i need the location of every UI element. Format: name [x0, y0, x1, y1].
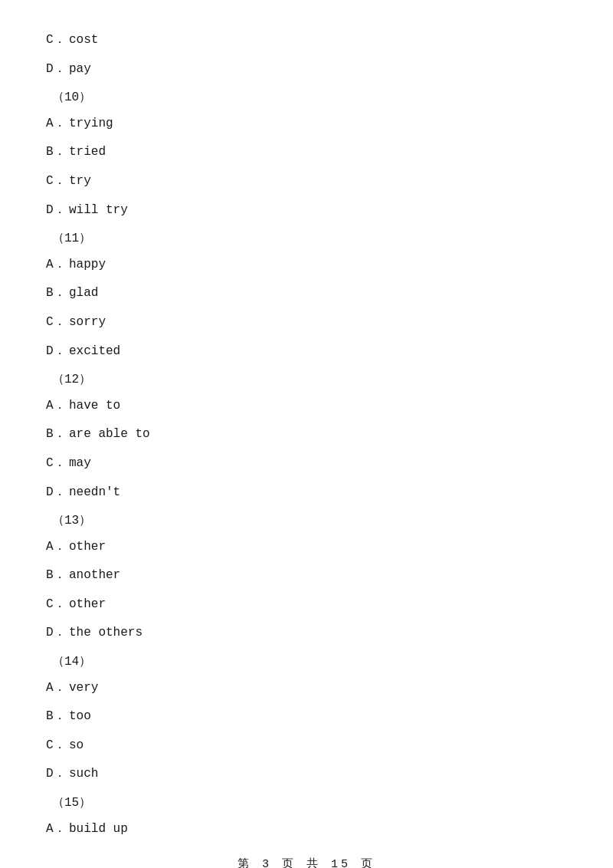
option-a-14: A． very [46, 679, 567, 699]
option-text: will try [69, 201, 128, 221]
option-b-13: B． another [46, 566, 567, 586]
option-text: have to [69, 396, 120, 416]
page-content: C． cost D． pay （10） A． trying B． tried C… [0, 0, 613, 868]
question-number: （12） [52, 370, 91, 390]
option-d-12: D． needn't [46, 483, 567, 503]
option-b-12: B． are able to [46, 425, 567, 445]
option-label: D． [46, 60, 69, 80]
footer-text: 第 3 页 共 15 页 [238, 858, 375, 868]
question-number: （10） [52, 88, 91, 108]
option-c-9: C． cost [46, 31, 567, 51]
question-number: （13） [52, 511, 91, 531]
option-text: pay [69, 60, 91, 80]
option-text: needn't [69, 483, 120, 503]
option-a-13: A． other [46, 538, 567, 557]
option-text: so [69, 736, 84, 756]
option-label: B． [46, 707, 69, 727]
option-text: build up [69, 820, 128, 840]
option-text: cost [69, 31, 98, 51]
option-label: B． [46, 143, 69, 163]
page-footer: 第 3 页 共 15 页 [0, 856, 613, 868]
option-c-13: C． other [46, 595, 567, 615]
option-c-14: C． so [46, 736, 567, 756]
option-label: C． [46, 736, 69, 756]
option-b-14: B． too [46, 707, 567, 727]
option-label: B． [46, 284, 69, 304]
option-text: try [69, 172, 91, 192]
option-d-11: D． excited [46, 342, 567, 362]
option-label: A． [46, 679, 69, 699]
option-label: A． [46, 255, 69, 275]
option-a-11: A． happy [46, 255, 567, 275]
option-text: the others [69, 623, 143, 643]
option-label: B． [46, 425, 69, 445]
option-text: tried [69, 143, 106, 163]
question-12-num: （12） [46, 370, 567, 390]
option-text: happy [69, 255, 106, 275]
option-text: are able to [69, 425, 150, 445]
option-label: A． [46, 820, 69, 840]
option-text: other [69, 538, 106, 557]
option-text: other [69, 595, 106, 615]
option-text: such [69, 764, 98, 784]
option-d-14: D． such [46, 764, 567, 784]
option-label: D． [46, 764, 69, 784]
option-label: C． [46, 172, 69, 192]
option-a-15: A． build up [46, 820, 567, 840]
option-c-12: C． may [46, 454, 567, 474]
option-b-11: B． glad [46, 284, 567, 304]
option-label: C． [46, 595, 69, 615]
option-d-9: D． pay [46, 60, 567, 80]
option-text: sorry [69, 313, 106, 333]
option-d-13: D． the others [46, 623, 567, 643]
option-text: very [69, 679, 98, 699]
question-number: （15） [52, 794, 91, 814]
option-label: C． [46, 313, 69, 333]
option-label: D． [46, 342, 69, 362]
question-13-num: （13） [46, 511, 567, 531]
option-b-10: B． tried [46, 143, 567, 163]
option-label: A． [46, 396, 69, 416]
option-label: D． [46, 201, 69, 221]
option-text: another [69, 566, 120, 586]
option-label: A． [46, 538, 69, 557]
option-text: trying [69, 114, 113, 134]
question-10-num: （10） [46, 88, 567, 108]
option-label: C． [46, 454, 69, 474]
option-label: C． [46, 31, 69, 51]
option-d-10: D． will try [46, 201, 567, 221]
question-14-num: （14） [46, 653, 567, 672]
option-label: D． [46, 623, 69, 643]
option-text: may [69, 454, 91, 474]
option-text: too [69, 707, 91, 727]
option-label: B． [46, 566, 69, 586]
option-a-10: A． trying [46, 114, 567, 134]
option-label: D． [46, 483, 69, 503]
question-15-num: （15） [46, 794, 567, 814]
option-c-11: C． sorry [46, 313, 567, 333]
option-a-12: A． have to [46, 396, 567, 416]
option-text: glad [69, 284, 98, 304]
option-label: A． [46, 114, 69, 134]
question-number: （14） [52, 653, 91, 672]
question-number: （11） [52, 229, 91, 249]
question-11-num: （11） [46, 229, 567, 249]
option-text: excited [69, 342, 120, 362]
option-c-10: C． try [46, 172, 567, 192]
